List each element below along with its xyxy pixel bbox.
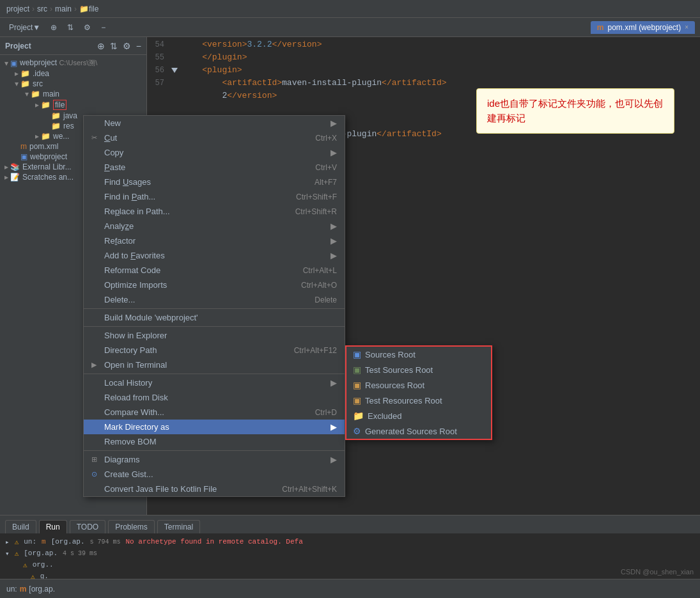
tree-label-we: we... (53, 132, 69, 141)
menu-item-open-terminal[interactable]: ▶ Open in Terminal (84, 358, 345, 372)
menu-item-cut[interactable]: ✂ Cut Ctrl+X (84, 130, 345, 145)
menu-item-show-explorer[interactable]: Show in Explorer (84, 328, 345, 343)
menu-item-paste[interactable]: Paste Ctrl+V (84, 160, 345, 175)
panel-tabs: Build Run TODO Problems Terminal (0, 515, 700, 533)
expand-arrow-ext[interactable]: ▸ (3, 162, 10, 171)
project-tool-button[interactable]: Project▼ (5, 22, 44, 33)
status-m-icon: m (20, 585, 27, 594)
tab-problems[interactable]: Problems (108, 520, 155, 533)
submenu-item-sources-root[interactable]: ▣ Sources Root (346, 347, 491, 362)
tab-build[interactable]: Build (5, 520, 36, 533)
breadcrumb-project[interactable]: project (6, 4, 29, 13)
menu-item-build-module[interactable]: Build Module 'webproject' (84, 310, 345, 325)
menu-item-diagrams[interactable]: ⊞ Diagrams ▶ (84, 452, 345, 467)
breadcrumb-src[interactable]: src (37, 4, 47, 13)
panel-content: ▸ ⚠ un: m [org.ap. s 794 ms No archetype… (0, 533, 700, 579)
tree-item-idea[interactable]: ▸ 📁 .idea (0, 68, 146, 79)
expand-arrow-file[interactable]: ▸ (33, 100, 41, 109)
tree-label-idea: .idea (33, 69, 49, 78)
tree-label-webproject2: webproject (30, 152, 67, 161)
tab-run[interactable]: Run (39, 520, 67, 533)
tree-label-scratches: Scratches an... (22, 173, 74, 182)
log-expand-2[interactable]: ▾ (5, 549, 10, 558)
menu-sep-4 (84, 450, 345, 451)
menu-item-mark-dir[interactable]: Mark Directory as ▶ (84, 420, 345, 434)
menu-item-compare[interactable]: Compare With... Ctrl+D (84, 405, 345, 420)
expand-arrow-main[interactable]: ▾ (23, 90, 31, 98)
warn-icon-2: ⚠ (15, 549, 19, 558)
sidebar-gear-icon[interactable]: ⚙ (123, 41, 131, 51)
status-item-1: un: m [org.ap. (6, 585, 55, 594)
csdn-watermark: CSDN @ou_shen_xian (621, 568, 694, 576)
module-icon-webproject2: ▣ (20, 152, 27, 161)
breadcrumb-main[interactable]: main (55, 4, 72, 13)
resources-label: Resources Root (365, 381, 424, 390)
sync-button[interactable]: ⊕ (47, 22, 61, 33)
tree-item-main[interactable]: ▾ 📁 main (0, 89, 146, 99)
expand-arrow-idea[interactable]: ▸ (13, 69, 20, 78)
breadcrumb-file[interactable]: file (89, 4, 98, 13)
menu-item-remove-bom[interactable]: Remove BOM (84, 434, 345, 449)
menu-item-analyze[interactable]: Analyze ▶ (84, 219, 345, 233)
tree-item-file[interactable]: ▸ 📁 file (0, 99, 146, 111)
menu-item-delete[interactable]: Delete... Delete (84, 292, 345, 307)
tab-close-icon[interactable]: × (685, 24, 688, 31)
tree-item-webproject[interactable]: ▾ ▣ webproject C:\Users\溯\ (0, 58, 146, 68)
menu-item-find-path[interactable]: Find in Path... Ctrl+Shift+F (84, 189, 345, 204)
breadcrumb-folder-icon: 📁 (79, 4, 89, 13)
tree-item-src[interactable]: ▾ 📁 src (0, 79, 146, 89)
sidebar-sort-icon[interactable]: ⇅ (110, 41, 118, 51)
context-menu: New ▶ ✂ Cut Ctrl+X Copy ▶ Paste Ctrl+V F… (83, 115, 345, 497)
minimize-button[interactable]: − (97, 22, 109, 33)
submenu-item-generated[interactable]: ⚙ Generated Sources Root (346, 423, 491, 439)
tab-terminal[interactable]: Terminal (157, 520, 200, 533)
menu-item-replace-path[interactable]: Replace in Path... Ctrl+Shift+R (84, 204, 345, 219)
submenu-item-resources[interactable]: ▣ Resources Root (346, 377, 491, 393)
annotation-text: ide也自带了标记文件夹功能，也可以先创建再标记 (487, 98, 663, 123)
menu-item-favorites[interactable]: Add to Favorites ▶ (84, 248, 345, 263)
log-m-icon: m (42, 538, 46, 546)
settings-button[interactable]: ⚙ (80, 22, 95, 33)
scratch-icon: 📝 (10, 173, 20, 182)
menu-item-find-usages[interactable]: Find Usages Alt+F7 (84, 175, 345, 189)
expand-arrow-scratches[interactable]: ▸ (3, 173, 10, 182)
submenu-item-test-resources[interactable]: ▣ Test Resources Root (346, 393, 491, 408)
log-expand-1[interactable]: ▸ (5, 538, 10, 546)
svg-marker-0 (171, 68, 178, 73)
code-line-55: 55 </plugin> (147, 52, 700, 65)
generated-label: Generated Sources Root (365, 427, 457, 436)
csdn-username: @ou_shen_xian (642, 568, 694, 576)
menu-item-create-gist[interactable]: ⊙ Create Gist... (84, 467, 345, 482)
sources-root-label: Sources Root (365, 350, 416, 359)
submenu-item-test-sources[interactable]: ▣ Test Sources Root (346, 362, 491, 377)
code-line-54: 54 <version>3.2.2</version> (147, 40, 700, 52)
tab-label: pom.xml (webproject) (607, 23, 681, 32)
menu-item-new[interactable]: New ▶ (84, 116, 345, 130)
menu-item-refactor[interactable]: Refactor ▶ (84, 233, 345, 248)
expand-arrow-we[interactable]: ▸ (33, 132, 41, 141)
module-icon-webproject: ▣ (10, 59, 17, 68)
sidebar-minimize-icon[interactable]: − (136, 41, 141, 51)
menu-item-reformat[interactable]: Reformat Code Ctrl+Alt+L (84, 263, 345, 278)
menu-item-convert-kotlin[interactable]: Convert Java File to Kotlin File Ctrl+Al… (84, 482, 345, 496)
submenu-item-excluded[interactable]: 📁 Excluded (346, 408, 491, 423)
log-text-org2: [org.ap. (24, 549, 58, 557)
sort-button[interactable]: ⇅ (63, 22, 77, 33)
folder-icon-java: 📁 (51, 111, 61, 120)
menu-sep-1 (84, 308, 345, 309)
expand-arrow-src[interactable]: ▾ (13, 79, 20, 88)
menu-item-dir-path[interactable]: Directory Path Ctrl+Alt+F12 (84, 343, 345, 358)
tree-label-webproject: webproject C:\Users\溯\ (20, 58, 97, 68)
expand-arrow-webproject[interactable]: ▾ (3, 59, 10, 68)
pom-xml-tab[interactable]: m pom.xml (webproject) × (591, 21, 695, 34)
menu-item-reload[interactable]: Reload from Disk (84, 390, 345, 405)
folder-icon-file: 📁 (41, 100, 51, 109)
menu-sep-2 (84, 326, 345, 327)
menu-sep-3 (84, 374, 345, 374)
menu-item-optimize[interactable]: Optimize Imports Ctrl+Alt+O (84, 278, 345, 292)
tab-todo[interactable]: TODO (70, 520, 105, 533)
menu-item-local-history[interactable]: Local History ▶ (84, 375, 345, 390)
sidebar-sync-icon[interactable]: ⊕ (97, 41, 105, 51)
folder-icon-res: 📁 (51, 122, 61, 130)
menu-item-copy[interactable]: Copy ▶ (84, 145, 345, 160)
